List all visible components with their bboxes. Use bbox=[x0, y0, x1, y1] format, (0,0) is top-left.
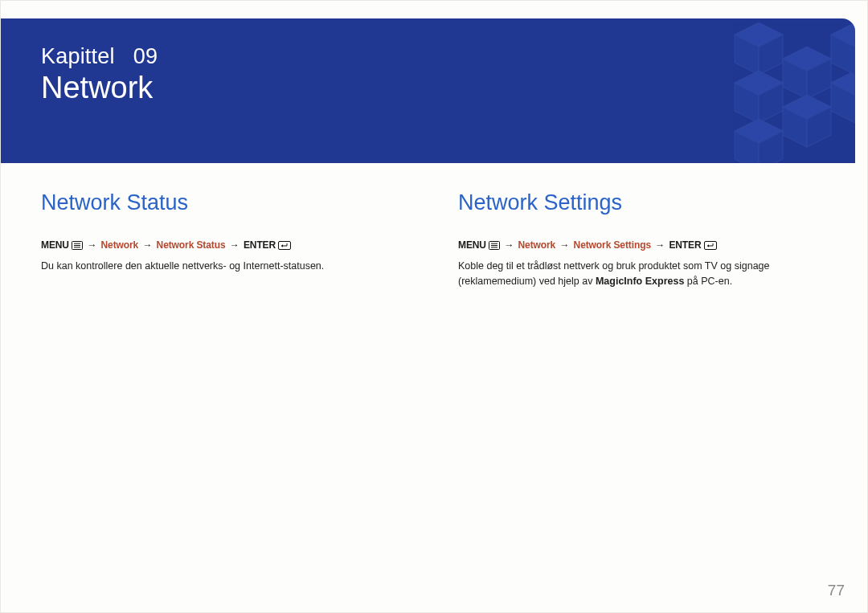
chapter-number: 09 bbox=[133, 44, 158, 68]
enter-icon bbox=[704, 241, 717, 252]
menu-label: MENU bbox=[458, 239, 486, 251]
page-number: 77 bbox=[828, 582, 845, 599]
menu-icon bbox=[489, 241, 500, 252]
arrow-icon: → bbox=[87, 239, 96, 251]
menu-path-network-status: MENU → Network → Network Status → ENTER bbox=[41, 239, 410, 252]
breadcrumb-network: Network bbox=[101, 239, 139, 251]
breadcrumb-network-status: Network Status bbox=[157, 239, 226, 251]
section-description: Koble deg til et trådløst nettverk og br… bbox=[458, 259, 827, 289]
arrow-icon: → bbox=[142, 239, 152, 251]
document-page: Kapittel 09 Network Network Status MENU … bbox=[0, 0, 868, 613]
section-heading-network-status: Network Status bbox=[41, 190, 410, 215]
section-heading-network-settings: Network Settings bbox=[458, 190, 827, 215]
desc-bold: MagicInfo Express bbox=[596, 276, 684, 287]
breadcrumb-network: Network bbox=[518, 239, 556, 251]
breadcrumb-network-settings: Network Settings bbox=[574, 239, 651, 251]
menu-icon bbox=[72, 241, 83, 252]
svg-marker-26 bbox=[281, 244, 283, 247]
right-column: Network Settings MENU → Network → Networ… bbox=[458, 190, 827, 289]
left-column: Network Status MENU → Network → Network … bbox=[41, 190, 410, 289]
menu-path-network-settings: MENU → Network → Network Settings → ENTE… bbox=[458, 239, 827, 252]
section-description: Du kan kontrollere den aktuelle nettverk… bbox=[41, 259, 410, 274]
enter-label: ENTER bbox=[669, 239, 701, 251]
menu-label: MENU bbox=[41, 239, 69, 251]
content-columns: Network Status MENU → Network → Network … bbox=[1, 163, 867, 289]
chapter-label: Kapittel bbox=[41, 44, 115, 68]
desc-text: på PC-en. bbox=[684, 276, 732, 287]
decorative-cubes-icon bbox=[678, 18, 855, 163]
svg-marker-32 bbox=[706, 244, 708, 247]
arrow-icon: → bbox=[230, 239, 240, 251]
enter-icon bbox=[278, 241, 291, 252]
enter-label: ENTER bbox=[244, 239, 276, 251]
arrow-icon: → bbox=[655, 239, 665, 251]
arrow-icon: → bbox=[504, 239, 514, 251]
arrow-icon: → bbox=[559, 239, 569, 251]
chapter-header: Kapittel 09 Network bbox=[1, 18, 855, 163]
